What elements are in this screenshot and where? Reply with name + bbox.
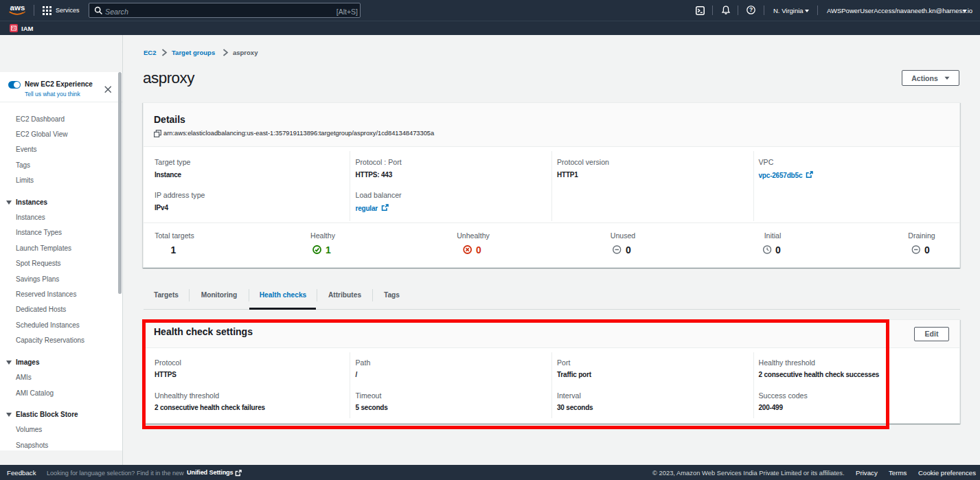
svg-text:?: ? [749, 6, 753, 13]
svg-text:aws: aws [10, 4, 25, 12]
